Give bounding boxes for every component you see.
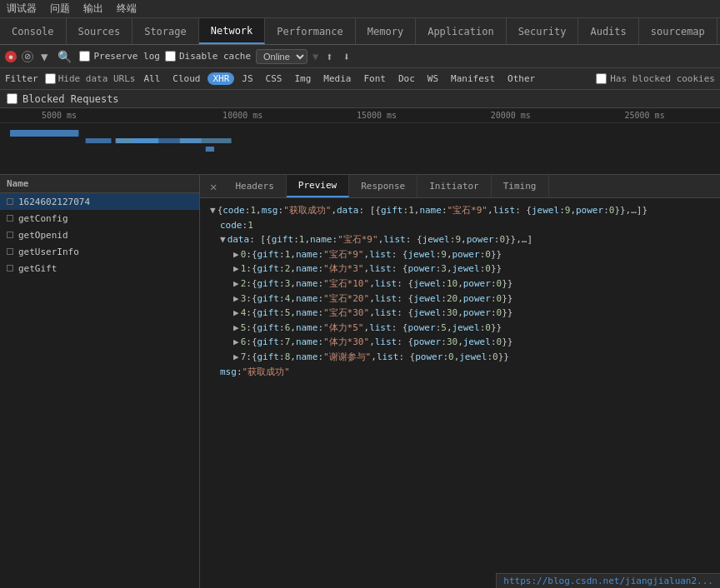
preserve-log-toggle[interactable]: Preserve log	[79, 51, 159, 62]
json-code-line: code : 1	[207, 218, 713, 233]
stop-button[interactable]: ⊘	[22, 51, 33, 62]
filter-tag-all[interactable]: All	[138, 72, 165, 85]
json-item-4: ▶ 4: {gift: 5 , name: "宝石*30" , list: {j…	[207, 306, 713, 321]
svg-rect-0	[10, 130, 78, 137]
panel-tab-initiator[interactable]: Initiator	[418, 175, 492, 197]
tab-network[interactable]: Network	[199, 18, 266, 44]
filter-tag-css[interactable]: CSS	[261, 72, 288, 85]
network-item-dot-1	[7, 215, 13, 222]
json-root-line: ▼ { code : 1 , msg : "获取成功" , data : [{ …	[207, 203, 713, 218]
filter-tag-doc[interactable]: Doc	[393, 72, 420, 85]
timeline-mark-3: 20000 ms	[443, 111, 578, 120]
menu-bar: 调试器 问题 输出 终端	[0, 0, 720, 18]
network-item-3[interactable]: getUserInfo	[0, 243, 199, 260]
app-name: 调试器	[7, 2, 37, 16]
blocked-requests-label: Blocked Requests	[22, 93, 119, 105]
tab-memory[interactable]: Memory	[356, 18, 416, 44]
network-item-dot-0	[7, 198, 13, 205]
tab-audits[interactable]: Audits	[578, 18, 638, 44]
panel-tab-response[interactable]: Response	[349, 175, 418, 197]
filter-bar: Filter Hide data URLs All Cloud XHR JS C…	[0, 68, 720, 90]
filter-tags: All Cloud XHR JS CSS Img Media Font Doc …	[138, 72, 540, 85]
menu-item-terminal[interactable]: 终端	[117, 2, 137, 16]
filter-tag-media[interactable]: Media	[318, 72, 356, 85]
network-item-4[interactable]: getGift	[0, 260, 199, 277]
tab-console[interactable]: Console	[0, 18, 67, 44]
json-item-1-expand[interactable]: ▶	[233, 262, 239, 277]
panel-tab-headers[interactable]: Headers	[223, 175, 286, 197]
filter-tag-cloud[interactable]: Cloud	[168, 72, 205, 85]
disable-cache-checkbox[interactable]	[165, 51, 176, 62]
network-item-2[interactable]: getOpenid	[0, 227, 199, 243]
filter-tag-xhr[interactable]: XHR	[208, 72, 234, 85]
filter-tag-font[interactable]: Font	[358, 72, 391, 85]
menu-item-output[interactable]: 输出	[83, 2, 103, 16]
svg-rect-4	[180, 138, 232, 143]
url-bar: https://blog.csdn.net/jiangjialuan2...	[496, 573, 720, 588]
network-item-dot-2	[7, 232, 13, 238]
timeline-mark-4: 25000 ms	[578, 111, 712, 120]
import-icon[interactable]: ⬆	[323, 50, 335, 63]
json-item-6-expand[interactable]: ▶	[233, 335, 239, 350]
json-root-expand[interactable]: ▼	[210, 203, 216, 218]
blocked-cookies-toggle[interactable]: Has blocked cookies	[596, 73, 715, 84]
svg-rect-1	[86, 138, 112, 143]
blocked-requests-checkbox[interactable]	[7, 93, 18, 104]
throttle-select[interactable]: Online	[256, 49, 308, 64]
tab-performance[interactable]: Performance	[265, 18, 355, 44]
timeline-bars	[0, 123, 720, 174]
filter-tag-manifest[interactable]: Manifest	[446, 72, 500, 85]
filter-tag-img[interactable]: Img	[289, 72, 316, 85]
preserve-log-checkbox[interactable]	[79, 51, 90, 62]
filter-tag-ws[interactable]: WS	[422, 72, 443, 85]
blocked-cookies-checkbox[interactable]	[596, 73, 607, 84]
timeline-ruler: 5000 ms 10000 ms 15000 ms 20000 ms 25000…	[0, 108, 720, 123]
json-item-6: ▶ 6: {gift: 7 , name: "体力*30" , list: {p…	[207, 335, 713, 350]
tab-sources[interactable]: Sources	[67, 18, 133, 44]
panel-tab-bar: ✕ Headers Preview Response Initiator Tim…	[200, 175, 720, 198]
tab-application[interactable]: Application	[416, 18, 506, 44]
tab-bar: Console Sources Storage Network Performa…	[0, 18, 720, 45]
json-item-1: ▶ 1: {gift: 2 , name: "体力*3" , list: {po…	[207, 262, 713, 277]
json-item-7: ▶ 7: {gift: 8 , name: "谢谢参与" , list: {po…	[207, 350, 713, 365]
json-data-expand[interactable]: ▼	[220, 232, 226, 247]
preview-content[interactable]: ▼ { code : 1 , msg : "获取成功" , data : [{ …	[200, 198, 720, 588]
hide-data-urls-toggle[interactable]: Hide data URLs	[45, 73, 136, 84]
json-msg-line: msg : "获取成功"	[207, 365, 713, 380]
filter-icon[interactable]: ▼	[38, 50, 50, 63]
json-item-3-expand[interactable]: ▶	[233, 292, 239, 306]
network-list: Name 1624602127074 getConfig getOpenid g…	[0, 175, 200, 588]
network-item-dot-4	[7, 265, 13, 272]
json-item-5: ▶ 5: {gift: 6 , name: "体力*5" , list: {po…	[207, 321, 713, 336]
blocked-requests-bar: Blocked Requests	[0, 90, 720, 108]
filter-tag-js[interactable]: JS	[237, 72, 258, 85]
panel-tab-preview[interactable]: Preview	[287, 175, 349, 197]
filter-tag-other[interactable]: Other	[502, 72, 540, 85]
record-button[interactable]: ●	[5, 51, 17, 62]
svg-rect-5	[206, 147, 214, 152]
json-data-line: ▼ data : [{ gift : 1 , name : "宝石*9" , l…	[207, 232, 713, 247]
export-icon[interactable]: ⬇	[341, 50, 352, 63]
timeline-mark-0: 5000 ms	[42, 111, 176, 120]
json-item-2-expand[interactable]: ▶	[233, 277, 239, 292]
search-icon[interactable]: 🔍	[55, 50, 74, 63]
menu-item-question[interactable]: 问题	[50, 2, 70, 16]
json-item-0-expand[interactable]: ▶	[233, 247, 239, 262]
json-item-7-expand[interactable]: ▶	[233, 350, 239, 365]
disable-cache-toggle[interactable]: Disable cache	[165, 51, 251, 62]
tab-sourcemap[interactable]: sourcemap	[639, 18, 718, 44]
timeline-mark-2: 15000 ms	[310, 111, 444, 120]
tab-security[interactable]: Security	[507, 18, 579, 44]
panel-tab-timing[interactable]: Timing	[492, 175, 549, 197]
network-list-header: Name	[0, 175, 199, 193]
timeline-mark-1: 10000 ms	[176, 111, 310, 120]
hide-data-urls-checkbox[interactable]	[45, 73, 56, 84]
json-item-2: ▶ 2: {gift: 3 , name: "宝石*10" , list: {j…	[207, 277, 713, 292]
network-item-0[interactable]: 1624602127074	[0, 193, 199, 210]
panel-close-button[interactable]: ✕	[203, 180, 223, 193]
tab-storage[interactable]: Storage	[132, 18, 199, 44]
json-item-5-expand[interactable]: ▶	[233, 321, 239, 336]
timeline: 5000 ms 10000 ms 15000 ms 20000 ms 25000…	[0, 108, 720, 175]
json-item-4-expand[interactable]: ▶	[233, 306, 239, 321]
network-item-1[interactable]: getConfig	[0, 210, 199, 227]
